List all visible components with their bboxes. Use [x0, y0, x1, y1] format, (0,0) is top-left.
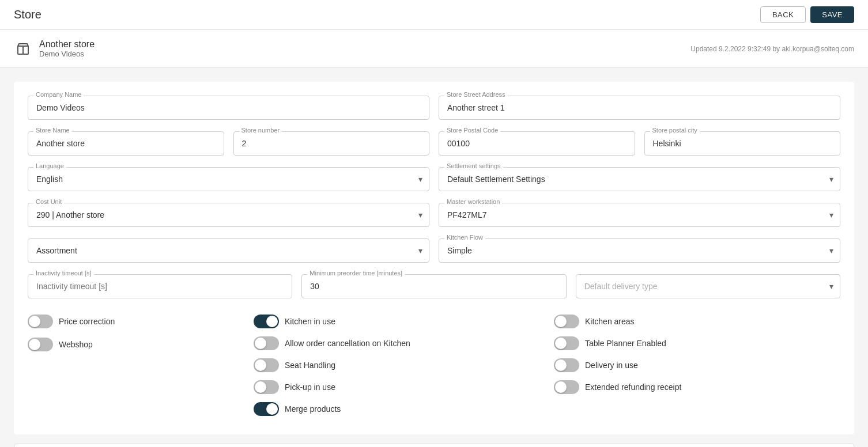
extended-refunding-toggle-item: Extended refunding receipt [554, 380, 840, 394]
store-header: Another store Demo Videos Updated 9.2.20… [0, 30, 868, 68]
store-postal-code-field: Store Postal Code [439, 131, 635, 156]
webshop-toggle-item: Webshop [28, 338, 235, 351]
webshop-track [28, 338, 53, 351]
webshop-label: Webshop [59, 340, 93, 349]
form-row-3: Language English Finnish Settlement sett… [28, 167, 840, 191]
main-content: Company Name Store Street Address Store … [0, 68, 868, 447]
language-select[interactable]: English Finnish [28, 167, 429, 191]
store-info: Another store Demo Videos [39, 39, 95, 58]
allow-cancellation-track [254, 336, 279, 350]
kitchen-areas-thumb [555, 316, 567, 327]
table-planner-toggle-item: Table Planner Enabled [554, 336, 840, 350]
table-planner-thumb [555, 338, 567, 349]
store-updated: Updated 9.2.2022 9:32:49 by aki.korpua@s… [690, 45, 854, 53]
toggles-right: Kitchen in use Kitchen areas [254, 315, 840, 416]
top-bar: Store BACK SAVE [0, 0, 868, 30]
delivery-type-select[interactable]: Default delivery type [576, 274, 840, 298]
company-name-input[interactable] [28, 96, 429, 120]
inactivity-input[interactable] [28, 274, 292, 298]
pickup-in-use-toggle[interactable] [254, 380, 279, 394]
store-number-label: Store number [239, 127, 282, 134]
pickup-in-use-track [254, 380, 279, 394]
pickup-in-use-thumb [255, 381, 266, 393]
price-correction-track [28, 315, 53, 328]
language-label: Language [33, 162, 66, 169]
min-preorder-input[interactable] [301, 274, 566, 298]
top-bar-actions: BACK SAVE [760, 6, 854, 23]
form-row-2: Store Name Store number Store Postal Cod… [28, 131, 840, 156]
webshop-toggle[interactable] [28, 338, 53, 351]
form-section: Company Name Store Street Address Store … [14, 82, 854, 434]
store-postal-city-field: Store postal city [644, 131, 841, 156]
seat-handling-thumb [255, 359, 266, 371]
toggles-row: Price correction Webshop [28, 310, 840, 421]
store-name-label: Store Name [33, 127, 72, 134]
seat-handling-toggle-item: Seat Handling [254, 358, 540, 372]
store-street-input[interactable] [439, 96, 840, 120]
settlement-label: Settlement settings [444, 162, 503, 169]
merge-products-toggle[interactable] [254, 402, 279, 416]
page-title: Store [14, 8, 41, 21]
form-row-1: Company Name Store Street Address [28, 96, 840, 120]
store-postal-code-input[interactable] [439, 131, 635, 156]
toggles-left: Price correction Webshop [28, 315, 235, 351]
allow-cancellation-thumb [255, 338, 266, 349]
delivery-type-field: Default delivery type [576, 274, 840, 298]
merge-products-track [254, 402, 279, 416]
extended-refunding-thumb [555, 381, 567, 393]
form-row-5: Assortment Kitchen Flow Simple [28, 238, 840, 263]
settlement-field: Settlement settings Default Settlement S… [439, 167, 840, 191]
settlement-select[interactable]: Default Settlement Settings [439, 167, 840, 191]
assortment-select[interactable]: Assortment [28, 238, 429, 263]
kitchen-flow-field: Kitchen Flow Simple [439, 238, 840, 263]
company-name-label: Company Name [33, 91, 84, 98]
seat-handling-track [254, 358, 279, 372]
cost-unit-select[interactable]: 290 | Another store [28, 203, 429, 227]
save-button[interactable]: SAVE [810, 6, 854, 23]
language-field: Language English Finnish [28, 167, 429, 191]
extended-refunding-label: Extended refunding receipt [585, 382, 681, 392]
seat-handling-toggle[interactable] [254, 358, 279, 372]
store-postal-city-input[interactable] [644, 131, 841, 156]
price-correction-toggle-item: Price correction [28, 315, 235, 328]
company-name-field: Company Name [28, 96, 429, 120]
kitchen-areas-track [554, 315, 579, 328]
store-name: Another store [39, 39, 95, 50]
delivery-in-use-thumb [555, 359, 567, 371]
delivery-in-use-label: Delivery in use [585, 361, 638, 370]
kitchen-areas-toggle[interactable] [554, 315, 579, 328]
allow-cancellation-toggle[interactable] [254, 336, 279, 350]
back-button[interactable]: BACK [760, 6, 806, 23]
delivery-in-use-toggle-item: Delivery in use [554, 358, 840, 372]
price-correction-toggle[interactable] [28, 315, 53, 328]
store-number-input[interactable] [233, 131, 430, 156]
cost-unit-field: Cost Unit 290 | Another store [28, 203, 429, 227]
opening-hours-header[interactable]: Opening Hours ⌄ [14, 444, 854, 447]
kitchen-in-use-track [254, 315, 279, 328]
store-name-field: Store Name [28, 131, 224, 156]
store-header-left: Another store Demo Videos [14, 39, 95, 58]
allow-cancellation-label: Allow order cancellation on Kitchen [285, 339, 410, 348]
master-workstation-field: Master workstation PF427ML7 [439, 203, 840, 227]
store-company: Demo Videos [39, 50, 95, 58]
merge-products-thumb [266, 403, 278, 415]
inactivity-field: Inactivity timeout [s] [28, 274, 292, 298]
kitchen-in-use-toggle[interactable] [254, 315, 279, 328]
table-planner-label: Table Planner Enabled [585, 339, 666, 348]
store-name-input[interactable] [28, 131, 224, 156]
kitchen-flow-select[interactable]: Simple [439, 238, 840, 263]
master-workstation-select[interactable]: PF427ML7 [439, 203, 840, 227]
seat-handling-label: Seat Handling [285, 361, 335, 370]
master-workstation-label: Master workstation [444, 198, 502, 205]
store-number-field: Store number [233, 131, 430, 156]
pickup-in-use-toggle-item: Pick-up in use [254, 380, 540, 394]
delivery-in-use-toggle[interactable] [554, 358, 579, 372]
merge-products-label: Merge products [285, 404, 341, 414]
table-planner-toggle[interactable] [554, 336, 579, 350]
kitchen-in-use-label: Kitchen in use [285, 317, 335, 326]
extended-refunding-toggle[interactable] [554, 380, 579, 394]
cost-unit-label: Cost Unit [33, 198, 64, 205]
delivery-in-use-track [554, 358, 579, 372]
merge-products-toggle-item: Merge products [254, 402, 540, 416]
assortment-field: Assortment [28, 238, 429, 263]
